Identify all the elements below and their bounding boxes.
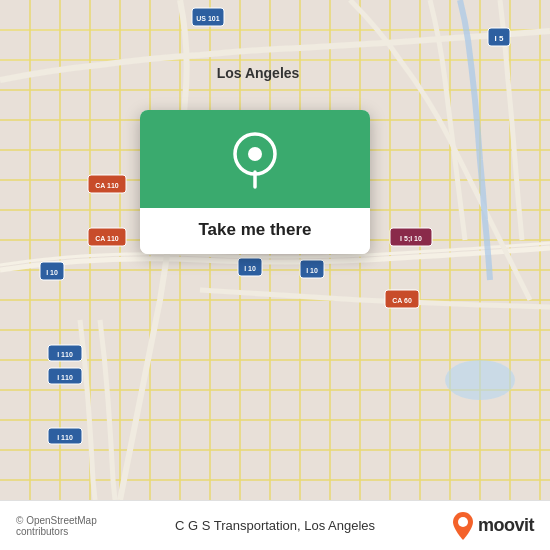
svg-text:I 10: I 10 <box>306 267 318 274</box>
svg-text:I 110: I 110 <box>57 374 73 381</box>
svg-text:I 10: I 10 <box>46 269 58 276</box>
popup-card: Take me there <box>140 110 370 254</box>
map-container: US 101 I 5 CA 110 CA 110 I 10 I 10 I 10 … <box>0 0 550 500</box>
svg-text:I 5: I 5 <box>495 34 504 43</box>
take-me-there-button[interactable]: Take me there <box>140 208 370 254</box>
svg-text:CA 110: CA 110 <box>95 235 119 242</box>
popup-pin-area <box>140 110 370 208</box>
svg-point-64 <box>248 147 262 161</box>
moovit-brand-text: moovit <box>478 515 534 536</box>
osm-attribution: © OpenStreetMap contributors <box>16 515 146 537</box>
svg-text:US 101: US 101 <box>196 15 219 22</box>
svg-text:Los Angeles: Los Angeles <box>217 65 300 81</box>
svg-point-62 <box>445 360 515 400</box>
location-pin-icon <box>231 132 279 190</box>
svg-text:CA 60: CA 60 <box>392 297 412 304</box>
moovit-logo: moovit <box>405 512 535 540</box>
svg-text:I 110: I 110 <box>57 351 73 358</box>
svg-point-65 <box>458 517 468 527</box>
bottom-bar: © OpenStreetMap contributors C G S Trans… <box>0 500 550 550</box>
svg-text:CA 110: CA 110 <box>95 182 119 189</box>
place-name-label: C G S Transportation, Los Angeles <box>146 518 405 533</box>
moovit-pin-icon <box>452 512 474 540</box>
svg-text:I 110: I 110 <box>57 434 73 441</box>
svg-text:I 5;I 10: I 5;I 10 <box>400 235 422 243</box>
svg-text:I 10: I 10 <box>244 265 256 272</box>
